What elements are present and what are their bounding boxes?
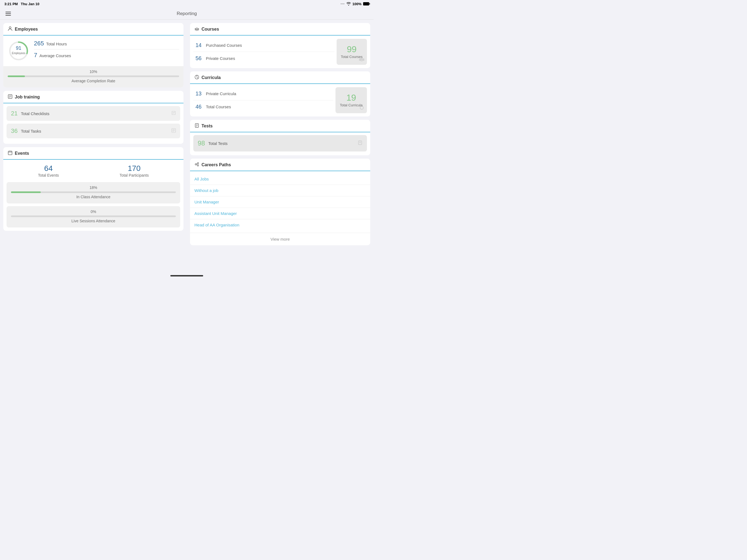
avg-courses-row: 7 Average Courses bbox=[34, 52, 179, 61]
bottom-bar bbox=[0, 271, 374, 280]
in-class-label: In Class Attendance bbox=[11, 195, 176, 199]
job-training-header: Job training bbox=[3, 91, 183, 103]
events-icon bbox=[8, 150, 12, 156]
total-tests-number: 98 bbox=[198, 139, 205, 147]
svg-line-30 bbox=[197, 164, 198, 165]
total-events-number: 64 bbox=[38, 164, 59, 173]
hamburger-icon bbox=[5, 14, 11, 14]
purchased-courses-row: 14 Purchased Courses bbox=[193, 39, 334, 52]
live-sessions-label: Live Sessions Attendance bbox=[11, 219, 176, 223]
curricula-list: 13 Private Curricula 46 Total Courses bbox=[193, 87, 333, 113]
main-content: Employees 91 Employees 265 Total Hours bbox=[0, 20, 374, 271]
private-courses-number: 56 bbox=[196, 55, 204, 61]
courses-header: Courses bbox=[190, 23, 370, 35]
career-assistant-unit-manager[interactable]: Assistant Unit Manager bbox=[190, 208, 370, 219]
completion-progress-fill bbox=[8, 75, 25, 77]
curricula-section: Curricula 13 Private Curricula 46 Total … bbox=[190, 71, 370, 117]
employees-stats: 265 Total Hours 7 Average Courses bbox=[34, 40, 179, 61]
events-stats: 64 Total Events 170 Total Participants bbox=[3, 160, 183, 182]
view-more-button[interactable]: View more bbox=[190, 233, 370, 245]
career-paths-header: Careers Paths bbox=[190, 159, 370, 171]
total-participants-label: Total Participants bbox=[120, 173, 149, 177]
total-checklists-number: 21 bbox=[11, 110, 18, 117]
curricula-header: Curricula bbox=[190, 71, 370, 84]
job-training-section: Job training 21 Total Checklists 36 Tota… bbox=[3, 91, 183, 144]
completion-rate-section: 10% Average Completion Rate bbox=[3, 66, 183, 87]
svg-point-0 bbox=[9, 27, 11, 29]
total-tasks-label: Total Tasks bbox=[21, 129, 41, 133]
battery-percent: 100% bbox=[353, 2, 361, 6]
career-unit-manager[interactable]: Unit Manager bbox=[190, 196, 370, 208]
private-curricula-row: 13 Private Curricula bbox=[193, 87, 333, 100]
courses-badge-icon bbox=[359, 57, 365, 62]
curricula-badge-icon bbox=[359, 105, 365, 111]
employees-title: Employees bbox=[15, 27, 38, 32]
svg-text:Employees: Employees bbox=[12, 52, 25, 55]
employees-section: Employees 91 Employees 265 Total Hours bbox=[3, 23, 183, 87]
total-courses-badge: 99 Total Courses bbox=[337, 39, 367, 65]
avg-courses-number: 7 bbox=[34, 52, 37, 59]
career-paths-section: Careers Paths All Jobs Without a job Uni… bbox=[190, 159, 370, 245]
tasks-icon bbox=[171, 128, 176, 134]
career-without-job[interactable]: Without a job bbox=[190, 185, 370, 196]
status-time: 3:21 PM bbox=[4, 2, 18, 6]
tests-body: 98 Total Tests bbox=[190, 132, 370, 155]
employees-header: Employees bbox=[3, 23, 183, 35]
private-curricula-number: 13 bbox=[196, 91, 204, 97]
curricula-body: 13 Private Curricula 46 Total Courses 19… bbox=[190, 84, 370, 117]
total-tasks-number: 36 bbox=[11, 127, 18, 134]
employees-circle-chart: 91 Employees bbox=[8, 40, 29, 62]
total-tests-label: Total Tests bbox=[208, 141, 228, 146]
purchased-courses-number: 14 bbox=[196, 42, 204, 48]
events-title: Events bbox=[15, 151, 29, 156]
tests-icon bbox=[195, 123, 199, 129]
live-sessions-progress-bar bbox=[11, 215, 176, 217]
total-curricula-badge: 19 Total Curricula bbox=[335, 87, 367, 113]
total-tests-row: 98 Total Tests bbox=[193, 135, 367, 152]
hamburger-icon bbox=[5, 15, 11, 16]
signal-icon: ···· bbox=[341, 2, 345, 5]
events-section: Events 64 Total Events 170 Total Partici… bbox=[3, 147, 183, 231]
svg-text:91: 91 bbox=[16, 45, 21, 51]
total-curricula-number: 19 bbox=[346, 93, 356, 102]
career-all-jobs[interactable]: All Jobs bbox=[190, 173, 370, 185]
employees-icon bbox=[8, 26, 12, 32]
live-sessions-section: 0% Live Sessions Attendance bbox=[6, 206, 180, 228]
svg-rect-13 bbox=[8, 151, 12, 155]
courses-list: 14 Purchased Courses 56 Private Courses bbox=[193, 39, 334, 65]
private-curricula-label: Private Curricula bbox=[206, 91, 236, 96]
private-courses-label: Private Courses bbox=[206, 56, 235, 61]
total-events-stat: 64 Total Events bbox=[38, 164, 59, 178]
avg-courses-label: Average Courses bbox=[40, 53, 71, 58]
total-checklists-item[interactable]: 21 Total Checklists bbox=[6, 106, 180, 121]
svg-point-28 bbox=[198, 165, 199, 166]
courses-title: Courses bbox=[202, 27, 219, 32]
total-hours-number: 265 bbox=[34, 40, 44, 47]
events-header: Events bbox=[3, 147, 183, 160]
live-sessions-percent: 0% bbox=[11, 209, 176, 214]
career-paths-icon bbox=[195, 162, 199, 168]
in-class-progress-bar bbox=[11, 192, 176, 193]
home-indicator bbox=[170, 275, 203, 276]
total-hours-label: Total Hours bbox=[46, 42, 67, 46]
hamburger-button[interactable] bbox=[4, 11, 12, 17]
total-participants-stat: 170 Total Participants bbox=[120, 164, 149, 178]
career-paths-title: Careers Paths bbox=[202, 162, 231, 167]
tests-section: Tests 98 Total Tests bbox=[190, 120, 370, 155]
career-head-of-aa[interactable]: Head of AA Organisation bbox=[190, 219, 370, 230]
total-tasks-item[interactable]: 36 Total Tasks bbox=[6, 124, 180, 138]
in-class-attendance-section: 18% In Class Attendance bbox=[6, 182, 180, 203]
curricula-total-courses-number: 46 bbox=[196, 104, 204, 110]
right-panel: Courses 14 Purchased Courses 56 Private … bbox=[187, 20, 374, 271]
job-training-icon bbox=[8, 94, 12, 100]
total-hours-row: 265 Total Hours bbox=[34, 40, 179, 50]
in-class-percent: 18% bbox=[11, 185, 176, 190]
completion-percent: 10% bbox=[8, 70, 179, 74]
status-icons: ···· 100% bbox=[341, 2, 369, 6]
completion-bar-label: Average Completion Rate bbox=[8, 79, 179, 83]
purchased-courses-label: Purchased Courses bbox=[206, 43, 242, 48]
checklist-icon bbox=[171, 110, 176, 117]
svg-point-26 bbox=[195, 164, 197, 165]
hamburger-icon bbox=[5, 12, 11, 12]
total-participants-number: 170 bbox=[120, 164, 149, 173]
